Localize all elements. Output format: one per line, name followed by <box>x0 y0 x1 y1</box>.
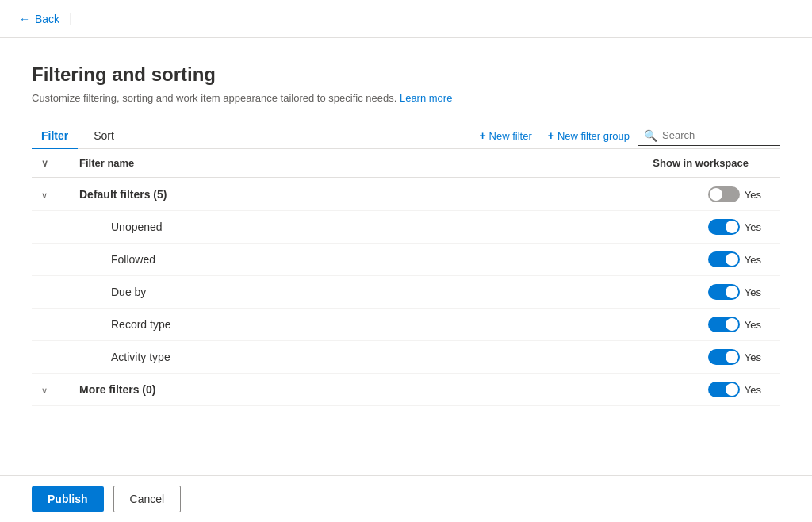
th-show-workspace: Show in workspace <box>387 149 780 178</box>
filter-name-label: Followed <box>79 253 155 266</box>
footer: Publish Cancel <box>0 475 812 522</box>
page-subtitle: Customize filtering, sorting and work it… <box>32 92 780 104</box>
main-content: Filtering and sorting Customize filterin… <box>0 38 812 475</box>
table-wrapper: ∨ Filter name Show in workspace ∨Default… <box>32 149 780 475</box>
toggle-label: Yes <box>745 221 761 233</box>
tabs-bar: Filter Sort + New filter + New filter gr… <box>32 123 780 149</box>
th-chevron-col: ∨ <box>32 149 70 178</box>
toggle-label: Yes <box>745 189 761 201</box>
th-filter-name: Filter name <box>70 149 387 178</box>
toggle-switch[interactable] <box>708 317 740 332</box>
toggle-slider <box>708 382 740 397</box>
plus-icon-group: + <box>548 129 554 142</box>
table-row: Due by Yes <box>32 276 780 309</box>
publish-button[interactable]: Publish <box>32 486 104 512</box>
filter-name-label: Unopened <box>79 221 163 233</box>
tab-sort[interactable]: Sort <box>84 123 124 148</box>
new-filter-button[interactable]: + New filter <box>471 125 539 147</box>
toggle-switch[interactable] <box>708 219 740 235</box>
toggle-switch[interactable] <box>708 284 740 300</box>
toggle-switch[interactable] <box>708 382 740 397</box>
toggle-container: Yes <box>396 219 761 235</box>
column-sort-icon[interactable]: ∨ <box>41 158 48 169</box>
toggle-container: Yes <box>396 186 761 202</box>
toggle-slider <box>708 219 740 235</box>
row-expand-icon[interactable]: ∨ <box>41 190 48 200</box>
group-name-label: More filters (0) <box>79 383 155 396</box>
toggle-container: Yes <box>396 251 761 267</box>
table-header-row: ∨ Filter name Show in workspace <box>32 149 780 178</box>
toggle-label: Yes <box>745 286 761 298</box>
page-title: Filtering and sorting <box>32 63 780 86</box>
new-filter-label: New filter <box>489 130 532 142</box>
cancel-button[interactable]: Cancel <box>113 486 182 512</box>
table-row: Followed Yes <box>32 244 780 276</box>
back-label: Back <box>35 13 59 25</box>
toggle-label: Yes <box>745 254 761 266</box>
row-expand-icon[interactable]: ∨ <box>41 386 48 395</box>
search-icon: 🔍 <box>644 129 657 142</box>
toggle-container: Yes <box>396 317 761 332</box>
tab-filter[interactable]: Filter <box>32 123 78 148</box>
top-bar: ← Back | <box>0 0 812 38</box>
toggle-container: Yes <box>396 382 761 397</box>
toggle-container: Yes <box>396 349 761 365</box>
new-filter-group-label: New filter group <box>557 130 630 142</box>
plus-icon: + <box>479 129 485 142</box>
back-button[interactable]: ← Back <box>13 10 66 29</box>
top-divider: | <box>69 12 72 26</box>
toggle-switch[interactable] <box>708 251 740 267</box>
table-row: ∨More filters (0) Yes <box>32 374 780 406</box>
toggle-container: Yes <box>396 284 761 300</box>
back-arrow-icon: ← <box>19 13 30 25</box>
table-row: ∨Default filters (5) Yes <box>32 178 780 211</box>
new-filter-group-button[interactable]: + New filter group <box>540 125 638 147</box>
toggle-slider <box>708 317 740 332</box>
table-row: Unopened Yes <box>32 211 780 244</box>
toggle-slider <box>708 284 740 300</box>
search-box: 🔍 <box>638 126 780 146</box>
learn-more-link[interactable]: Learn more <box>400 92 452 104</box>
toggle-switch[interactable] <box>708 349 740 365</box>
filter-name-label: Record type <box>79 318 170 331</box>
toggle-slider <box>708 186 740 202</box>
subtitle-text: Customize filtering, sorting and work it… <box>32 92 396 104</box>
toggle-slider <box>708 349 740 365</box>
filter-name-label: Activity type <box>79 351 170 363</box>
toggle-label: Yes <box>745 351 761 363</box>
table-row: Activity type Yes <box>32 341 780 374</box>
toggle-label: Yes <box>745 319 761 331</box>
filter-name-label: Due by <box>79 286 146 298</box>
search-input[interactable] <box>662 129 773 141</box>
toggle-slider <box>708 251 740 267</box>
toggle-switch[interactable] <box>708 186 740 202</box>
filter-table: ∨ Filter name Show in workspace ∨Default… <box>32 149 780 406</box>
toggle-label: Yes <box>745 384 761 396</box>
group-name-label: Default filters (5) <box>79 188 167 201</box>
table-row: Record type Yes <box>32 309 780 341</box>
